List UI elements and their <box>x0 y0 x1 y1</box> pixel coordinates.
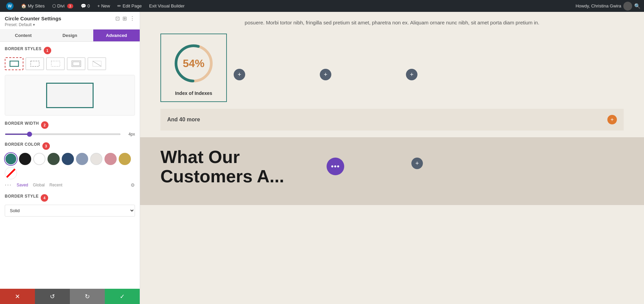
border-preview-box <box>46 83 94 108</box>
pencil-icon: ✏ <box>117 3 121 8</box>
circle-percent-label: 54% <box>183 57 204 70</box>
cancel-button[interactable]: ✕ <box>0 289 35 304</box>
color-settings-icon[interactable]: ⚙ <box>131 182 135 188</box>
divi-menu[interactable]: ⬡ Divi 3 <box>50 0 76 12</box>
circle-counter-svg: 54% <box>170 40 217 87</box>
canvas-bottom-section: What Our Customers A... ••• + <box>140 137 644 205</box>
minimize-icon[interactable]: ⊡ <box>115 15 120 22</box>
new-label: New <box>101 3 110 8</box>
color-tabs-row: ··· Saved Global Recent ⚙ <box>5 181 135 188</box>
color-tab-saved[interactable]: Saved <box>17 183 28 187</box>
undo-button[interactable]: ↺ <box>35 289 70 304</box>
divi-label: Divi <box>57 3 65 8</box>
border-width-section-header: Border Width 2 <box>5 121 135 129</box>
border-width-slider[interactable] <box>5 134 121 135</box>
color-swatch-navy[interactable] <box>62 153 74 165</box>
canvas-row-1: 54% Index of Indexes + + + <box>140 34 644 102</box>
border-preview-container <box>5 75 135 116</box>
border-style-swatches <box>5 57 135 70</box>
canvas-intro-text: posuere. Morbi tortor nibh, fringilla se… <box>140 12 644 27</box>
border-color-section-header: Border Color 3 <box>5 142 135 150</box>
border-swatch-dotted[interactable] <box>46 57 65 70</box>
new-button[interactable]: + New <box>95 0 113 12</box>
color-swatch-white[interactable] <box>33 153 45 165</box>
panel-header: Circle Counter Settings ⊡ ⊞ ⋮ Preset: De… <box>0 12 140 29</box>
sites-label: My Sites <box>28 3 45 8</box>
svg-rect-0 <box>10 61 18 66</box>
add-button-1[interactable]: + <box>234 69 245 80</box>
border-swatch-none[interactable] <box>87 57 106 70</box>
wp-logo[interactable]: W <box>3 0 16 12</box>
border-swatch-double[interactable] <box>67 57 85 70</box>
color-swatch-none[interactable] <box>5 167 17 179</box>
tab-content[interactable]: Content <box>0 29 46 41</box>
my-sites-menu[interactable]: 🏠 My Sites <box>18 0 47 12</box>
options-dots-icon: ••• <box>331 162 340 171</box>
redo-button[interactable]: ↻ <box>70 289 105 304</box>
border-swatch-solid[interactable] <box>5 57 23 70</box>
border-swatch-dashed[interactable] <box>25 57 44 70</box>
more-options-icon[interactable]: ⋮ <box>130 15 135 22</box>
circle-counter-title: Index of Indexes <box>175 90 212 96</box>
panel-preset[interactable]: Preset: Default ▾ <box>5 22 135 27</box>
border-styles-badge: 1 <box>44 47 51 54</box>
svg-rect-2 <box>51 61 60 66</box>
cancel-icon: ✕ <box>15 293 20 300</box>
edit-page-button[interactable]: ✏ Edit Page <box>115 0 144 12</box>
comments-menu[interactable]: 💬 0 <box>78 0 93 12</box>
border-styles-label: Border Styles <box>5 46 42 51</box>
exit-visual-builder-button[interactable]: Exit Visual Builder <box>147 0 188 12</box>
and-more-text: And 40 more <box>167 117 200 123</box>
user-label: Howdy, Christina Gwira <box>575 3 621 8</box>
wp-icon: W <box>6 2 14 10</box>
panel-tabs: Content Design Advanced <box>0 29 140 42</box>
divi-icon: ⬡ <box>52 3 56 8</box>
border-style-section-header: Border Style 4 <box>5 194 135 202</box>
color-tab-global[interactable]: Global <box>33 183 45 187</box>
columns-icon[interactable]: ⊞ <box>122 15 127 22</box>
border-style-badge: 4 <box>41 194 48 202</box>
border-style-label: Border Style <box>5 194 39 199</box>
color-tab-recent[interactable]: Recent <box>50 183 62 187</box>
color-swatch-slate[interactable] <box>76 153 88 165</box>
save-button[interactable]: ✓ <box>105 289 140 304</box>
edit-page-label: Edit Page <box>122 3 141 8</box>
color-more-icon[interactable]: ··· <box>5 181 12 188</box>
border-color-badge: 3 <box>42 142 50 150</box>
canvas-bottom-title: What Our Customers A... <box>160 147 303 186</box>
user-avatar[interactable] <box>623 2 632 11</box>
plus-icon: + <box>97 3 100 8</box>
add-button-2[interactable]: + <box>320 69 331 80</box>
color-swatch-dark-green[interactable] <box>47 153 60 165</box>
save-icon: ✓ <box>120 293 125 300</box>
undo-icon: ↺ <box>50 293 55 300</box>
add-more-button[interactable]: + <box>607 115 617 124</box>
divi-count: 3 <box>67 4 73 8</box>
color-swatch-light-gray[interactable] <box>90 153 102 165</box>
search-icon[interactable]: 🔍 <box>634 3 641 9</box>
main-area: Circle Counter Settings ⊡ ⊞ ⋮ Preset: De… <box>0 12 644 304</box>
canvas-bottom-title-2: Customers A... <box>160 166 284 186</box>
tab-design[interactable]: Design <box>46 29 93 41</box>
svg-rect-1 <box>31 61 39 66</box>
topbar: W 🏠 My Sites ⬡ Divi 3 💬 0 + New ✏ Edit P… <box>0 0 644 12</box>
color-swatch-teal[interactable] <box>5 153 17 165</box>
color-swatch-pink[interactable] <box>104 153 117 165</box>
svg-line-6 <box>93 61 101 66</box>
panel-title: Circle Counter Settings <box>5 16 61 21</box>
add-button-3[interactable]: + <box>406 69 417 80</box>
bottom-action-bar: ✕ ↺ ↻ ✓ <box>0 289 140 304</box>
color-swatches <box>5 153 135 179</box>
add-button-bottom[interactable]: + <box>411 158 423 169</box>
tab-advanced[interactable]: Advanced <box>93 29 140 41</box>
comments-icon: 💬 <box>81 3 86 8</box>
border-style-select[interactable]: Solid Dashed Dotted Double Groove Ridge … <box>5 205 135 217</box>
color-swatch-black[interactable] <box>19 153 31 165</box>
and-more-bar: And 40 more + <box>160 109 624 130</box>
svg-rect-4 <box>73 62 79 66</box>
color-swatch-gold[interactable] <box>119 153 131 165</box>
purple-options-button[interactable]: ••• <box>327 158 344 175</box>
border-width-badge: 2 <box>41 121 48 129</box>
topbar-right: Howdy, Christina Gwira 🔍 <box>575 2 641 11</box>
sites-icon: 🏠 <box>21 3 26 8</box>
